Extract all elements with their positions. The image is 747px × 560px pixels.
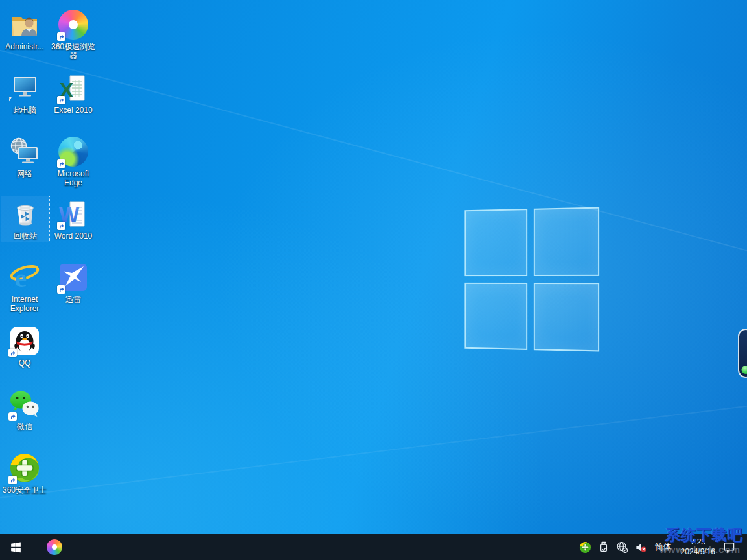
microsoft-edge-icon bbox=[58, 136, 89, 167]
icon-label: Administr... bbox=[5, 42, 43, 51]
windows-flag-icon bbox=[10, 542, 21, 553]
internet-explorer-icon: e bbox=[9, 262, 40, 293]
shortcut-arrow-badge bbox=[8, 476, 17, 484]
icon-label: Microsoft Edge bbox=[49, 169, 97, 187]
360-speed-browser-icon bbox=[58, 9, 89, 40]
360-browser-pinwheel-icon bbox=[47, 539, 62, 555]
ie-e-glyph: e bbox=[15, 263, 27, 293]
wallpaper-beam bbox=[0, 382, 747, 502]
shortcut-arrow-badge bbox=[8, 349, 17, 357]
tray-usb-device-icon[interactable] bbox=[595, 534, 613, 560]
desktop-icon-360-safe-guard[interactable]: 360安全卫士 bbox=[0, 450, 49, 496]
windows-logo bbox=[464, 207, 599, 352]
volume-slider-knob[interactable] bbox=[742, 366, 747, 374]
desktop-icon-excel-2010[interactable]: X Excel 2010 bbox=[49, 70, 98, 117]
taskbar: 简体 7:23 2024/9/16 bbox=[0, 534, 747, 560]
shortcut-arrow-badge bbox=[57, 222, 65, 230]
shortcut-arrow-badge bbox=[57, 96, 65, 104]
desktop-icon-word-2010[interactable]: W Word 2010 bbox=[49, 196, 98, 242]
shortcut-arrow-badge bbox=[8, 412, 17, 421]
icon-label: QQ bbox=[19, 358, 31, 368]
windows-logo-pane bbox=[464, 283, 527, 350]
windows-logo-pane bbox=[534, 207, 599, 276]
start-button[interactable] bbox=[0, 534, 31, 560]
icon-label: Excel 2010 bbox=[54, 106, 92, 115]
taskbar-360-browser-button[interactable] bbox=[39, 534, 70, 560]
icon-label: 网络 bbox=[17, 169, 32, 178]
this-pc-icon bbox=[9, 73, 40, 104]
desktop-icon-qq[interactable]: QQ bbox=[0, 323, 49, 369]
icon-label: 360极速浏览器 bbox=[49, 42, 97, 60]
360-safe-guard-icon bbox=[9, 452, 40, 484]
desktop-icon-this-pc[interactable]: 此电脑 bbox=[0, 70, 49, 117]
desktop-icon-360-speed-browser[interactable]: 360极速浏览器 bbox=[49, 6, 98, 62]
network-icon bbox=[9, 136, 40, 167]
wechat-icon bbox=[9, 389, 40, 420]
desktop-icon-internet-explorer[interactable]: e Internet Explorer bbox=[0, 259, 49, 315]
shortcut-arrow-badge bbox=[57, 32, 65, 41]
desktop-icon-wechat[interactable]: 微信 bbox=[0, 386, 49, 433]
desktop-icon-administrator[interactable]: Administr... bbox=[0, 6, 49, 53]
desktop-icon-xunlei[interactable]: 迅雷 bbox=[49, 259, 98, 306]
watermark-url: www.xtxzb.com bbox=[659, 544, 741, 555]
shortcut-arrow-badge bbox=[57, 159, 65, 168]
icon-label: 360安全卫士 bbox=[3, 485, 47, 495]
wallpaper-beam bbox=[0, 43, 747, 296]
recycle-bin-icon bbox=[10, 198, 41, 229]
excel-2010-icon: X bbox=[58, 73, 89, 104]
desktop-icon-recycle-bin[interactable]: 回收站 bbox=[1, 196, 50, 242]
desktop-icon-microsoft-edge[interactable]: Microsoft Edge bbox=[49, 134, 98, 189]
icon-label: 迅雷 bbox=[65, 295, 81, 304]
xunlei-icon bbox=[58, 262, 89, 293]
icon-label: 微信 bbox=[17, 422, 32, 431]
user-folder-icon bbox=[9, 9, 40, 40]
tray-network-disconnected-icon[interactable] bbox=[613, 534, 632, 560]
icon-label: 此电脑 bbox=[13, 106, 36, 115]
windows-logo-pane bbox=[464, 209, 527, 276]
icon-label: Internet Explorer bbox=[1, 295, 49, 313]
word-2010-icon: W bbox=[58, 198, 89, 229]
desktop-wallpaper bbox=[0, 0, 747, 560]
watermark-title: 系统下载吧 bbox=[665, 525, 743, 545]
icon-label: Word 2010 bbox=[54, 231, 92, 240]
desktop-icon-network[interactable]: 网络 bbox=[0, 134, 49, 180]
tray-360-safety-icon[interactable] bbox=[576, 534, 595, 560]
icon-label: 回收站 bbox=[14, 231, 37, 240]
shortcut-arrow-badge bbox=[57, 285, 65, 294]
windows-logo-pane bbox=[534, 283, 599, 351]
volume-slider-overlay[interactable] bbox=[738, 329, 747, 378]
tray-volume-muted-icon[interactable] bbox=[632, 534, 650, 560]
qq-icon bbox=[9, 325, 40, 356]
